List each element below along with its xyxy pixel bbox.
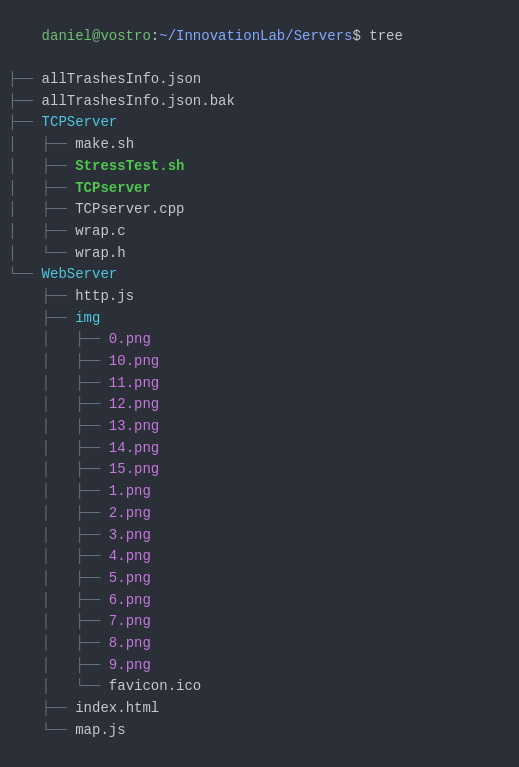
tree-indent: [8, 722, 42, 738]
tree-line: ├── allTrashesInfo.json.bak: [8, 91, 511, 113]
tree-connector: ├──: [75, 527, 109, 543]
tree-line: │ ├── 6.png: [8, 590, 511, 612]
prompt-user: daniel@vostro: [42, 28, 151, 44]
tree-line: │ ├── 15.png: [8, 459, 511, 481]
tree-connector: ├──: [75, 353, 109, 369]
tree-indent: │: [8, 180, 42, 196]
tree-connector: ├──: [75, 505, 109, 521]
tree-line: │ ├── 13.png: [8, 416, 511, 438]
tree-item-name: 5.png: [109, 570, 151, 586]
tree-indent: │: [8, 505, 75, 521]
tree-connector: ├──: [75, 375, 109, 391]
prompt-dollar: $: [352, 28, 369, 44]
tree-line: │ ├── 2.png: [8, 503, 511, 525]
tree-connector: ├──: [75, 613, 109, 629]
tree-connector: ├──: [8, 71, 42, 87]
tree-line: └── map.js: [8, 720, 511, 742]
tree-item-name: http.js: [75, 288, 134, 304]
tree-indent: │: [8, 353, 75, 369]
tree-item-name: map.js: [75, 722, 125, 738]
tree-item-name: allTrashesInfo.json: [42, 71, 202, 87]
tree-line: │ ├── 14.png: [8, 438, 511, 460]
tree-connector: ├──: [42, 223, 76, 239]
tree-item-name: 11.png: [109, 375, 159, 391]
tree-indent: │: [8, 396, 75, 412]
tree-indent: │: [8, 223, 42, 239]
prompt-path: ~/InnovationLab/Servers: [159, 28, 352, 44]
tree-indent: │: [8, 527, 75, 543]
tree-indent: │: [8, 440, 75, 456]
tree-indent: │: [8, 245, 42, 261]
tree-item-name: 7.png: [109, 613, 151, 629]
tree-connector: └──: [42, 722, 76, 738]
tree-line: │ └── favicon.ico: [8, 676, 511, 698]
tree-connector: ├──: [42, 201, 76, 217]
tree-line: │ └── wrap.h: [8, 243, 511, 265]
tree-connector: ├──: [42, 136, 76, 152]
tree-line: ├── index.html: [8, 698, 511, 720]
tree-connector: └──: [75, 678, 109, 694]
tree-connector: ├──: [75, 657, 109, 673]
tree-indent: │: [8, 375, 75, 391]
tree-item-name: 12.png: [109, 396, 159, 412]
tree-connector: ├──: [75, 635, 109, 651]
tree-connector: ├──: [75, 396, 109, 412]
tree-connector: ├──: [75, 418, 109, 434]
tree-output: ├── allTrashesInfo.json├── allTrashesInf…: [8, 69, 511, 741]
tree-item-name: 3.png: [109, 527, 151, 543]
tree-line: │ ├── 4.png: [8, 546, 511, 568]
tree-item-name: make.sh: [75, 136, 134, 152]
tree-connector: ├──: [42, 180, 76, 196]
tree-connector: └──: [42, 245, 76, 261]
tree-connector: ├──: [42, 158, 76, 174]
tree-connector: ├──: [42, 288, 76, 304]
tree-line: └── WebServer: [8, 264, 511, 286]
tree-item-name: wrap.c: [75, 223, 125, 239]
tree-item-name: 13.png: [109, 418, 159, 434]
tree-item-name: 14.png: [109, 440, 159, 456]
tree-item-name: 6.png: [109, 592, 151, 608]
tree-item-name: 0.png: [109, 331, 151, 347]
tree-line: │ ├── wrap.c: [8, 221, 511, 243]
tree-connector: ├──: [8, 93, 42, 109]
tree-line: │ ├── StressTest.sh: [8, 156, 511, 178]
tree-line: │ ├── 10.png: [8, 351, 511, 373]
tree-indent: │: [8, 570, 75, 586]
tree-indent: │: [8, 158, 42, 174]
tree-line: │ ├── 9.png: [8, 655, 511, 677]
tree-connector: ├──: [75, 331, 109, 347]
tree-indent: │: [8, 461, 75, 477]
tree-connector: ├──: [75, 570, 109, 586]
tree-line: │ ├── 5.png: [8, 568, 511, 590]
tree-line: ├── img: [8, 308, 511, 330]
tree-indent: │: [8, 418, 75, 434]
tree-indent: [8, 310, 42, 326]
tree-line: ├── http.js: [8, 286, 511, 308]
tree-indent: │: [8, 613, 75, 629]
tree-line: │ ├── 0.png: [8, 329, 511, 351]
tree-line: │ ├── 3.png: [8, 525, 511, 547]
tree-item-name: TCPserver: [75, 180, 151, 196]
prompt-separator: :: [151, 28, 159, 44]
tree-item-name: StressTest.sh: [75, 158, 184, 174]
tree-connector: ├──: [75, 483, 109, 499]
tree-line: │ ├── 8.png: [8, 633, 511, 655]
tree-line: ├── TCPServer: [8, 112, 511, 134]
tree-connector: └──: [8, 266, 42, 282]
tree-connector: ├──: [42, 700, 76, 716]
tree-item-name: 9.png: [109, 657, 151, 673]
summary-line: 3 directories, 28 files: [8, 747, 511, 767]
tree-indent: [8, 700, 42, 716]
tree-indent: │: [8, 483, 75, 499]
tree-connector: ├──: [75, 592, 109, 608]
tree-item-name: img: [75, 310, 100, 326]
tree-item-name: 8.png: [109, 635, 151, 651]
tree-line: ├── allTrashesInfo.json: [8, 69, 511, 91]
tree-item-name: 10.png: [109, 353, 159, 369]
tree-line: │ ├── TCPserver: [8, 178, 511, 200]
prompt-command: tree: [369, 28, 403, 44]
tree-line: │ ├── TCPserver.cpp: [8, 199, 511, 221]
tree-indent: │: [8, 548, 75, 564]
tree-connector: ├──: [8, 114, 42, 130]
tree-item-name: 1.png: [109, 483, 151, 499]
